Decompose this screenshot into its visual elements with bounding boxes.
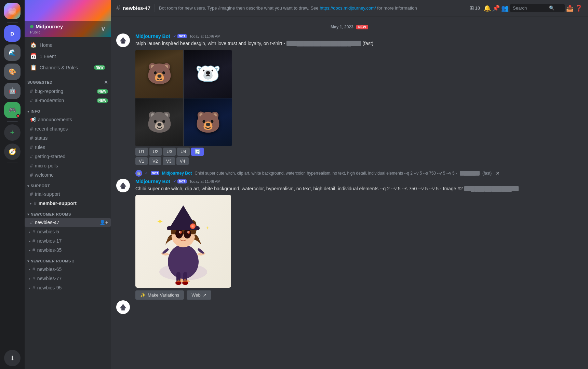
channel-name: newbies-65 [37,266,62,272]
delete-ref-icon[interactable]: ✕ [496,170,500,176]
section-header-newcomer-rooms[interactable]: ▾ NEWCOMER ROOMS [25,208,111,218]
web-button[interactable]: Web ↗ [187,290,211,300]
server-icon-5[interactable]: 🎮 [4,102,21,118]
pin-icon[interactable]: 📌 [492,4,500,12]
server-icon-midjourney[interactable] [4,3,21,19]
add-server-button[interactable]: + [4,124,21,141]
btn-v2[interactable]: V2 [149,157,161,165]
sidebar-item-channels-roles[interactable]: 📋 Channels & Roles NEW [27,62,108,73]
search-input[interactable] [513,5,547,11]
channel-micro-polls[interactable]: # micro-polls [25,161,111,170]
sidebar-item-event[interactable]: 📅 1 Event [27,51,108,62]
midjourney-docs-link[interactable]: https://docs.midjourney.com/ [320,5,376,11]
btn-v1[interactable]: V1 [135,157,148,165]
announcements-icon: 📢 [30,117,36,122]
topbar-channel-name: # newbies-47 [116,4,150,12]
channel-name: bug-reporting [35,88,63,94]
download-button[interactable]: ⬇ [4,350,21,366]
search-icon: 🔍 [549,5,554,11]
section-header-info[interactable]: ▾ INFO [25,105,111,115]
channel-newbies-95[interactable]: ▸ # newbies-95 [25,283,111,292]
channel-recent-changes[interactable]: # recent-changes [25,124,111,133]
verified-icon-ref: ✓ [145,171,148,175]
next-message-preview [116,304,583,311]
members-icon[interactable]: 👥 [501,4,509,12]
channel-newbies-5[interactable]: ▸ # newbies-5 [25,227,111,236]
channel-name: newbies-17 [37,238,62,244]
section-support: ▾ SUPPORT # trial-support ▸ # member-sup… [25,180,111,208]
btn-v4[interactable]: V4 [176,157,189,165]
channel-newbies-77[interactable]: ▸ # newbies-77 [25,274,111,283]
server-icon-2[interactable]: 🌊 [4,44,21,61]
search-box[interactable]: 🔍 [510,4,565,12]
hash-icon: # [30,191,33,197]
svg-point-18 [187,231,189,233]
server-icon-4[interactable]: 🤖 [4,83,21,99]
btn-u4[interactable]: U4 [177,148,190,156]
btn-u2[interactable]: U2 [149,148,162,156]
channel-newbies-17[interactable]: ▸ # newbies-17 [25,236,111,245]
add-member-icon[interactable]: 👤+ [99,220,108,225]
section-suggested: SUGGESTED ✕ # bug-reporting NEW # ai-mod… [25,76,111,105]
witch-action-buttons: ✨ Make Variations Web ↗ [135,290,583,300]
verified-icon-1: ✓ [173,34,176,39]
discover-button[interactable]: 🧭 [4,144,21,160]
channel-bug-reporting[interactable]: # bug-reporting NEW [25,87,111,96]
channel-newbies-65[interactable]: ▸ # newbies-65 [25,265,111,274]
section-header-support[interactable]: ▾ SUPPORT [25,180,111,189]
channel-member-support[interactable]: ▸ # member-support [25,199,111,208]
bear-emoji-4: 🐻 [195,110,221,134]
channel-getting-started[interactable]: # getting-started [25,152,111,161]
topbar-channel-label: newbies-47 [123,5,150,11]
btn-refresh[interactable]: 🔄 [191,148,204,156]
section-suggested-label: SUGGESTED [27,80,53,84]
make-variations-button[interactable]: ✨ Make Variations [135,290,184,300]
server-icon-1[interactable]: D [4,25,21,42]
notification-settings-icon[interactable]: 🔔 [483,4,491,12]
arrow-right-icon: ▸ [30,202,32,205]
btn-u3[interactable]: U3 [163,148,176,156]
channel-newbies-47[interactable]: # newbies-47 👤+ [25,218,111,227]
message-text-1: ralph lauren inspired bear desgin, with … [135,40,583,47]
svg-point-2 [121,41,125,43]
ref-speed: (fast) [482,171,492,176]
bear-image-grid: 🐻 🐻‍❄️ 🐻 🐻 [135,50,232,146]
bot-badge-ref: BOT [151,171,159,175]
channel-newbies-35[interactable]: ▸ # newbies-35 [25,246,111,255]
channel-ai-moderation[interactable]: # ai-moderation NEW [25,96,111,105]
help-icon[interactable]: ❓ [575,4,583,12]
server-icon-3[interactable]: 🎨 [4,64,21,80]
channel-name: status [35,135,48,141]
channel-welcome[interactable]: # welcome [25,170,111,179]
bot-badge-2: BOT [177,179,187,183]
channel-announcements[interactable]: 📢 announcements [25,115,111,124]
btn-u1[interactable]: U1 [135,148,148,156]
channel-name: micro-polls [35,163,58,168]
home-icon: 🏠 [30,42,37,48]
server-expand-icon[interactable]: ∨ [101,25,105,33]
channel-status[interactable]: # status [25,134,111,142]
server-name-bar[interactable]: Midjourney Public ∨ [25,21,111,37]
hash-icon: # [30,135,33,141]
channel-name: newbies-95 [37,285,62,290]
sidebar-item-home[interactable]: 🏠 Home [27,40,108,50]
svg-point-13 [175,229,183,238]
section-header-suggested[interactable]: SUGGESTED ✕ [25,76,111,86]
btn-v3[interactable]: V3 [163,157,175,165]
channel-rules[interactable]: # rules [25,143,111,152]
hash-icon: # [32,229,35,234]
ref-blurred: ████ [460,171,480,176]
collapse-icon-info: ▾ [27,110,29,113]
hash-icon: # [30,172,33,178]
arrow-right-icon: ▸ [29,248,30,252]
close-suggested-icon[interactable]: ✕ [104,80,108,85]
blurred-text-2: ████████████ [464,186,519,191]
member-count-badge[interactable]: ⊞ 18 [467,4,482,12]
inbox-icon[interactable]: 📥 [566,4,574,12]
bear-image-3: 🐻 [135,98,183,146]
channel-trial-support[interactable]: # trial-support [25,190,111,199]
section-header-newcomer-rooms-2[interactable]: ▾ NEWCOMER ROOMS 2 [25,255,111,264]
event-icon: 📅 [30,53,37,59]
section-info-label: INFO [31,109,40,113]
message-header-1: Midjourney Bot ✓ BOT Today at 11:46 AM [135,33,583,39]
